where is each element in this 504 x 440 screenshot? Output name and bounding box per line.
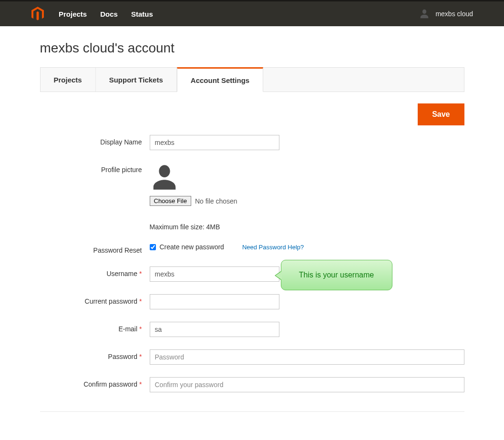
input-confirm-password[interactable] bbox=[150, 377, 464, 392]
magento-logo-icon[interactable] bbox=[31, 6, 44, 21]
password-help-link[interactable]: Need Password Help? bbox=[242, 244, 304, 251]
row-current-password: Current password* bbox=[40, 294, 464, 309]
input-password[interactable] bbox=[150, 349, 464, 365]
label-current-password: Current password* bbox=[40, 294, 150, 305]
user-menu[interactable]: mexbs cloud bbox=[419, 9, 473, 19]
choose-file-button[interactable]: Choose File bbox=[150, 196, 191, 206]
label-email: E-mail* bbox=[40, 322, 150, 333]
topbar: Projects Docs Status mexbs cloud bbox=[0, 0, 504, 26]
user-name: mexbs cloud bbox=[435, 10, 473, 18]
row-username: Username* This is your username bbox=[40, 266, 464, 282]
avatar-icon bbox=[419, 9, 430, 19]
row-email: E-mail* bbox=[40, 322, 464, 337]
actions-bar: Save bbox=[40, 92, 464, 135]
section-divider bbox=[40, 411, 464, 412]
page-title: mexbs cloud's account bbox=[40, 26, 464, 67]
file-status: No file chosen bbox=[195, 197, 237, 205]
tab-support-tickets[interactable]: Support Tickets bbox=[96, 68, 177, 92]
file-size-hint: Maximum file size: 4MB bbox=[150, 223, 464, 231]
profile-picture-placeholder-icon bbox=[150, 163, 179, 192]
input-current-password[interactable] bbox=[150, 294, 279, 309]
row-password: Password* bbox=[40, 349, 464, 365]
label-password-reset: Password Reset bbox=[40, 243, 150, 254]
row-confirm-password: Confirm password* bbox=[40, 377, 464, 392]
input-display-name[interactable] bbox=[150, 135, 279, 150]
callout-text: This is your username bbox=[299, 271, 374, 279]
checkbox-label-create-new-password: Create new password bbox=[160, 243, 224, 251]
row-profile-picture: Profile picture Choose File No file chos… bbox=[40, 163, 464, 231]
input-username[interactable] bbox=[150, 266, 279, 282]
label-confirm-password: Confirm password* bbox=[40, 377, 150, 388]
tabs: Projects Support Tickets Account Setting… bbox=[40, 67, 464, 92]
row-password-reset: Password Reset Create new password Need … bbox=[40, 243, 464, 254]
label-password: Password* bbox=[40, 349, 150, 360]
nav-docs[interactable]: Docs bbox=[100, 10, 118, 18]
tab-account-settings[interactable]: Account Settings bbox=[177, 67, 263, 92]
row-display-name: Display Name bbox=[40, 135, 464, 150]
username-callout: This is your username bbox=[281, 260, 392, 290]
account-settings-form: Display Name Profile picture Choose File… bbox=[40, 135, 464, 412]
input-email[interactable] bbox=[150, 322, 279, 337]
save-button[interactable]: Save bbox=[418, 103, 464, 125]
nav-projects[interactable]: Projects bbox=[59, 10, 87, 18]
checkbox-create-new-password[interactable] bbox=[150, 244, 156, 250]
label-username: Username* bbox=[40, 266, 150, 277]
label-profile-picture: Profile picture bbox=[40, 163, 150, 174]
primary-nav: Projects Docs Status bbox=[59, 10, 153, 18]
label-display-name: Display Name bbox=[40, 135, 150, 146]
tab-projects[interactable]: Projects bbox=[41, 68, 96, 92]
nav-status[interactable]: Status bbox=[131, 10, 153, 18]
